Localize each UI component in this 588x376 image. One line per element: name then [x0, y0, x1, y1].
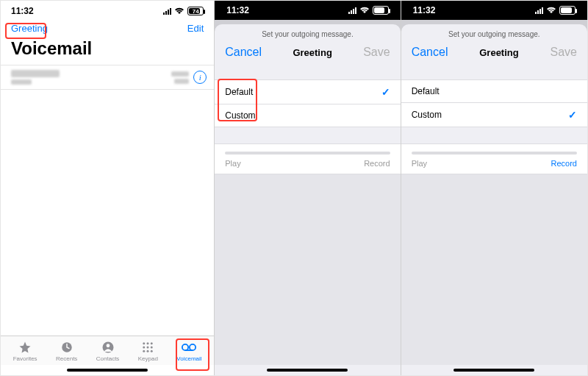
svg-point-6 — [143, 347, 146, 349]
svg-point-9 — [143, 350, 146, 352]
wifi-icon — [174, 7, 184, 15]
home-indicator[interactable] — [401, 365, 587, 375]
star-icon — [18, 341, 32, 354]
cellular-icon — [348, 7, 356, 14]
screen-voicemail-list: 11:32 74 Greeting Edit Voicemail i — [1, 1, 215, 375]
tab-recents[interactable]: Recents — [56, 341, 77, 362]
status-bar: 11:32 74 — [215, 1, 400, 20]
playback-block: Play Record — [401, 143, 587, 174]
tab-label: Recents — [56, 355, 77, 362]
status-time: 11:32 — [413, 5, 436, 15]
wifi-icon — [359, 7, 370, 14]
record-button[interactable]: Record — [551, 159, 577, 168]
home-indicator[interactable] — [215, 365, 400, 375]
option-custom[interactable]: Custom — [215, 104, 400, 127]
svg-point-7 — [147, 347, 149, 349]
tab-bar: Favorites Recents Contacts Keypad Voicem… — [1, 336, 214, 365]
status-bar: 11:32 74 — [401, 1, 587, 20]
playback-block: Play Record — [215, 143, 400, 174]
svg-point-3 — [143, 342, 146, 344]
screenshot-canvas: 11:32 74 Greeting Edit Voicemail i — [0, 0, 588, 376]
caller-blurred — [11, 70, 60, 85]
play-button: Play — [412, 159, 427, 168]
option-label: Default — [225, 87, 253, 97]
wifi-icon — [546, 7, 556, 14]
tab-keypad[interactable]: Keypad — [138, 341, 158, 362]
svg-point-5 — [151, 342, 153, 344]
option-label: Custom — [412, 110, 442, 120]
status-icons: 74 — [348, 6, 389, 15]
tab-label: Keypad — [138, 355, 158, 362]
cellular-icon — [535, 7, 543, 14]
modal-backdrop: Set your outgoing message. Cancel Greeti… — [401, 20, 587, 375]
sheet-nav: Cancel Greeting Save — [215, 41, 400, 66]
tab-voicemail[interactable]: Voicemail — [176, 341, 201, 362]
status-time: 11:32 — [226, 5, 249, 15]
nav-bar: Greeting Edit — [1, 21, 214, 37]
tab-favorites[interactable]: Favorites — [13, 341, 37, 362]
option-label: Default — [412, 86, 440, 96]
option-custom[interactable]: Custom ✓ — [401, 102, 587, 127]
tab-label: Voicemail — [176, 355, 201, 362]
status-icons: 74 — [535, 6, 576, 15]
save-button: Save — [363, 46, 390, 59]
svg-point-10 — [147, 350, 149, 352]
person-icon — [101, 341, 115, 354]
clock-icon — [60, 341, 74, 354]
cancel-button[interactable]: Cancel — [412, 46, 448, 59]
option-default[interactable]: Default ✓ — [215, 79, 400, 104]
info-icon[interactable]: i — [193, 71, 207, 84]
modal-backdrop: Set your outgoing message. Cancel Greeti… — [215, 20, 400, 375]
option-label: Custom — [225, 110, 255, 121]
svg-point-12 — [182, 344, 188, 350]
svg-point-13 — [190, 344, 196, 350]
play-button: Play — [225, 159, 240, 168]
battery-icon: 74 — [187, 7, 204, 15]
battery-icon: 74 — [373, 6, 389, 15]
screen-greeting-custom: 11:32 74 Set your outgoing message. Canc… — [401, 1, 587, 375]
record-button: Record — [364, 159, 390, 168]
greeting-options: Default ✓ Custom — [215, 79, 400, 127]
greeting-button[interactable]: Greeting — [11, 23, 48, 34]
edit-button[interactable]: Edit — [187, 23, 204, 34]
screen-greeting-default: 11:32 74 Set your outgoing message. Canc… — [215, 1, 401, 375]
progress-track[interactable] — [412, 152, 577, 155]
voicemail-row-right: i — [171, 71, 207, 84]
voicemail-icon — [182, 341, 196, 354]
keypad-icon — [140, 341, 155, 354]
progress-track[interactable] — [225, 152, 390, 155]
checkmark-icon: ✓ — [568, 109, 577, 121]
checkmark-icon: ✓ — [381, 86, 390, 98]
tab-contacts[interactable]: Contacts — [96, 341, 120, 362]
sheet-hint: Set your outgoing message. — [215, 24, 400, 41]
greeting-sheet: Set your outgoing message. Cancel Greeti… — [401, 24, 587, 375]
svg-point-11 — [151, 350, 153, 352]
status-time: 11:32 — [11, 6, 34, 16]
sheet-title: Greeting — [293, 47, 331, 58]
cancel-button[interactable]: Cancel — [225, 46, 262, 59]
home-indicator[interactable] — [1, 365, 214, 375]
sheet-nav: Cancel Greeting Save — [401, 41, 587, 66]
sheet-title: Greeting — [479, 47, 518, 58]
svg-point-4 — [147, 342, 149, 344]
cellular-icon — [163, 8, 171, 15]
tab-label: Favorites — [13, 355, 37, 362]
status-icons: 74 — [163, 7, 204, 15]
sheet-hint: Set your outgoing message. — [401, 24, 587, 41]
save-button: Save — [551, 46, 577, 59]
svg-point-2 — [106, 344, 110, 347]
page-title: Voicemail — [1, 37, 214, 65]
voicemail-row[interactable]: i — [1, 65, 214, 90]
tab-label: Contacts — [96, 355, 120, 362]
svg-point-8 — [151, 347, 153, 349]
status-bar: 11:32 74 — [1, 1, 214, 21]
option-default[interactable]: Default — [401, 79, 587, 102]
battery-icon: 74 — [559, 6, 576, 15]
greeting-options: Default Custom ✓ — [401, 79, 587, 127]
greeting-sheet: Set your outgoing message. Cancel Greeti… — [215, 24, 400, 375]
